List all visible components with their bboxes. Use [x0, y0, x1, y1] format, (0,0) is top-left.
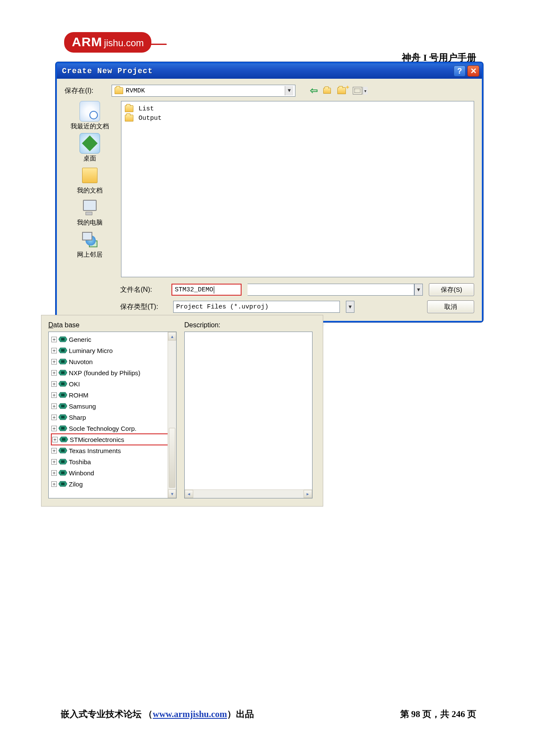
up-one-level-button[interactable] — [323, 86, 334, 96]
tree-item-socle-technology-corp-[interactable]: +Socle Technology Corp. — [51, 423, 176, 434]
expand-icon[interactable]: + — [51, 481, 57, 487]
tree-item-stmicroelectronics[interactable]: +STMicroelectronics — [51, 433, 175, 445]
expand-icon[interactable]: + — [51, 337, 57, 342]
folder-icon — [323, 88, 331, 94]
save-in-value: RVMDK — [126, 87, 285, 95]
expand-icon[interactable]: + — [51, 359, 57, 365]
chip-icon — [59, 436, 68, 443]
tree-item-oki[interactable]: +OKI — [51, 378, 176, 389]
tree-item-samsung[interactable]: +Samsung — [51, 400, 176, 412]
filetype-combo[interactable]: Project Files (*.uvproj) — [173, 301, 340, 313]
file-name: List — [139, 105, 154, 113]
chip-icon — [59, 447, 67, 454]
filetype-value: Project Files (*.uvproj) — [176, 303, 268, 311]
chip-icon — [59, 403, 67, 409]
expand-icon[interactable]: + — [51, 381, 57, 387]
places-desktop[interactable]: 桌面 — [80, 133, 100, 163]
view-menu-button[interactable]: ▾ — [352, 86, 363, 96]
places-recent[interactable]: 我最近的文档 — [71, 101, 109, 130]
expand-icon[interactable]: + — [51, 426, 57, 431]
places-bar: 我最近的文档 桌面 我的文档 我的电脑 — [65, 101, 115, 277]
tree-item-generic[interactable]: +Generic — [51, 334, 176, 345]
scroll-thumb[interactable] — [169, 428, 175, 488]
svg-rect-22 — [61, 449, 65, 452]
places-label: 我的电脑 — [77, 219, 103, 227]
scroll-left-button[interactable]: ◂ — [185, 490, 193, 498]
places-label: 我最近的文档 — [71, 122, 109, 130]
save-in-combo[interactable]: RVMDK ▼ — [112, 85, 295, 97]
back-button[interactable]: ⇦ — [308, 86, 319, 96]
expand-icon[interactable]: + — [51, 459, 57, 465]
filename-combo-extra[interactable] — [248, 284, 414, 296]
places-label: 桌面 — [80, 154, 100, 163]
new-folder-button[interactable]: ✦ — [337, 86, 348, 96]
svg-rect-10 — [61, 382, 65, 385]
file-dialog-toolbar: ⇦ ✦ ▾ — [308, 86, 363, 96]
scroll-down-button[interactable]: ▾ — [168, 489, 176, 498]
tree-item-texas-instruments[interactable]: +Texas Instruments — [51, 445, 176, 456]
svg-rect-18 — [61, 427, 65, 430]
grid-icon: ▾ — [353, 87, 362, 95]
tree-item-label: Luminary Micro — [69, 347, 113, 354]
chevron-down-icon[interactable]: ▼ — [285, 86, 293, 95]
tree-item-toshiba[interactable]: +Toshiba — [51, 456, 176, 467]
scroll-up-button[interactable]: ▴ — [168, 332, 176, 341]
file-list[interactable]: List Output — [121, 101, 474, 277]
expand-icon[interactable]: + — [51, 448, 57, 454]
expand-icon[interactable]: + — [51, 392, 57, 398]
chevron-down-icon[interactable]: ▼ — [346, 301, 354, 313]
folder-icon — [125, 115, 133, 122]
file-item[interactable]: Output — [125, 113, 470, 123]
cancel-button[interactable]: 取消 — [427, 300, 474, 313]
desktop-icon — [80, 133, 100, 154]
chip-icon — [59, 336, 67, 343]
file-name: Output — [139, 115, 162, 122]
database-tree[interactable]: +Generic+Luminary Micro+Nuvoton+NXP (fou… — [48, 332, 177, 498]
device-database-panel: Data base +Generic+Luminary Micro+Nuvoto… — [41, 315, 323, 507]
tree-item-rohm[interactable]: +ROHM — [51, 389, 176, 400]
footer-left: 嵌入式专业技术论坛 （www.armjishu.com）出品 — [61, 708, 254, 720]
tree-item-label: Generic — [69, 336, 91, 343]
file-item[interactable]: List — [125, 104, 470, 113]
expand-icon[interactable]: + — [52, 437, 58, 442]
chevron-down-icon[interactable]: ▼ — [414, 284, 423, 296]
places-my-computer[interactable]: 我的电脑 — [77, 197, 103, 227]
tree-item-label: Samsung — [69, 403, 96, 410]
save-button[interactable]: 保存(S) — [429, 283, 474, 296]
expand-icon[interactable]: + — [51, 415, 57, 420]
expand-icon[interactable]: + — [51, 348, 57, 353]
help-button[interactable]: ? — [454, 65, 466, 77]
tree-item-label: Texas Instruments — [69, 447, 121, 454]
tree-item-nuvoton[interactable]: +Nuvoton — [51, 356, 176, 367]
tree-item-zilog[interactable]: +Zilog — [51, 478, 176, 489]
tree-item-luminary-micro[interactable]: +Luminary Micro — [51, 345, 176, 356]
close-button[interactable]: ✕ — [467, 65, 479, 77]
svg-rect-14 — [61, 405, 65, 407]
svg-rect-4 — [61, 349, 65, 352]
scroll-right-button[interactable]: ▸ — [304, 490, 312, 498]
chevron-down-icon[interactable]: ▾ — [363, 87, 368, 95]
scrollbar-horizontal[interactable]: ◂ ▸ — [185, 489, 312, 498]
description-box: ◂ ▸ — [184, 332, 313, 498]
expand-icon[interactable]: + — [51, 470, 57, 476]
svg-rect-2 — [61, 338, 65, 341]
tree-item-sharp[interactable]: +Sharp — [51, 412, 176, 423]
chip-icon — [59, 358, 67, 365]
expand-icon[interactable]: + — [51, 403, 57, 409]
places-my-documents[interactable]: 我的文档 — [77, 165, 103, 195]
tree-item-winbond[interactable]: +Winbond — [51, 467, 176, 478]
svg-rect-6 — [61, 360, 65, 363]
footer-link[interactable]: www.armjishu.com — [153, 709, 227, 719]
places-label: 我的文档 — [77, 187, 103, 195]
scrollbar-vertical[interactable]: ▴ ▾ — [168, 332, 176, 498]
svg-rect-28 — [61, 483, 65, 485]
tree-item-label: Socle Technology Corp. — [69, 425, 136, 432]
expand-icon[interactable]: + — [51, 370, 57, 376]
sparkle-icon: ✦ — [345, 84, 350, 91]
titlebar[interactable]: Create New Project ? ✕ — [57, 63, 482, 79]
places-network[interactable]: 网上邻居 — [77, 229, 103, 259]
logo: ARMjishu.com — [64, 32, 167, 53]
filename-value: STM32_DEMO — [175, 286, 214, 294]
tree-item-nxp-founded-by-philips-[interactable]: +NXP (founded by Philips) — [51, 367, 176, 378]
filename-input[interactable]: STM32_DEMO — [171, 284, 242, 296]
